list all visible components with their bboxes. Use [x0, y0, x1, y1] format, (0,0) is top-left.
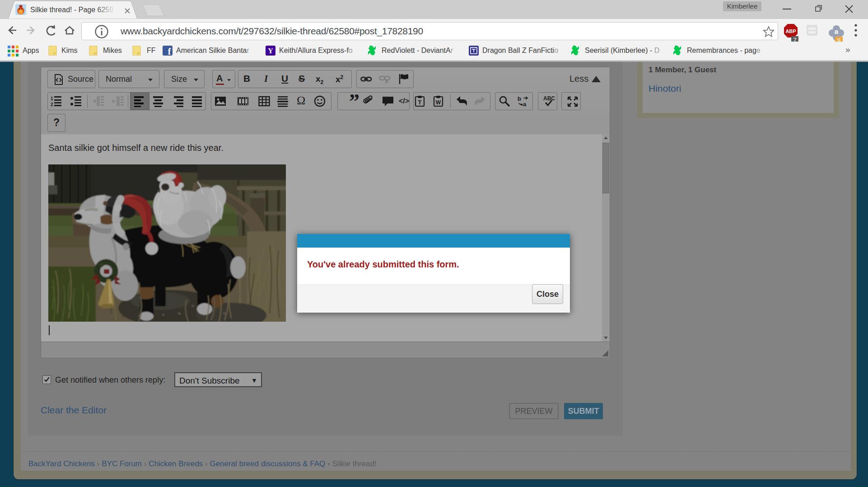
- svg-text:Y: Y: [268, 47, 273, 55]
- svg-text:b: b: [518, 95, 521, 102]
- svg-text:f: f: [168, 47, 171, 56]
- svg-text:ABC: ABC: [543, 95, 555, 102]
- svg-text:W: W: [436, 99, 441, 106]
- svg-text:a: a: [523, 101, 527, 107]
- svg-text:a: a: [835, 28, 839, 35]
- svg-text:ABP: ABP: [785, 28, 796, 34]
- svg-text:T: T: [418, 99, 422, 106]
- svg-text:1: 1: [51, 96, 53, 101]
- svg-text:2: 2: [51, 102, 53, 107]
